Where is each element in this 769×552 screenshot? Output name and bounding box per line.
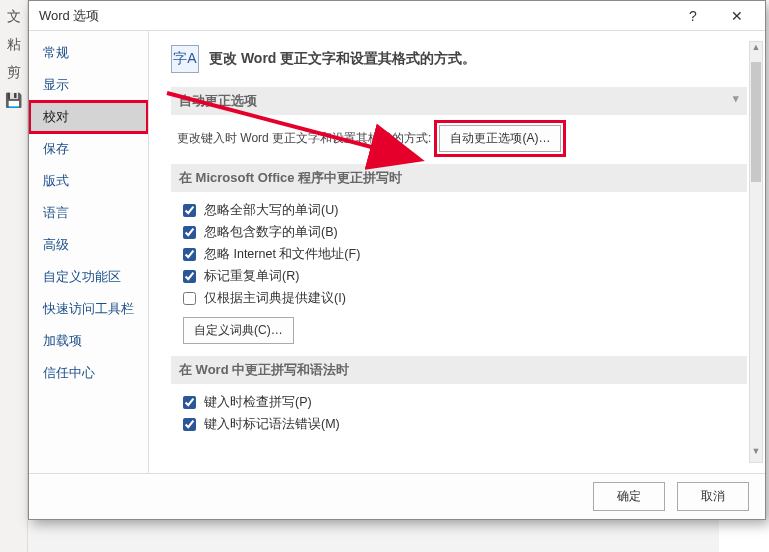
office-spell-label: 仅根据主词典提供建议(I): [204, 290, 346, 307]
sidebar-item-3[interactable]: 保存: [29, 133, 148, 165]
autocorrect-desc: 更改键入时 Word 更正文字和设置其格式的方式:: [177, 130, 431, 147]
dialog-title: Word 选项: [39, 7, 99, 25]
office-spell-checkbox[interactable]: [183, 204, 196, 217]
office-spell-label: 标记重复单词(R): [204, 268, 299, 285]
content-scrollbar[interactable]: ▲ ▼: [749, 41, 763, 463]
sidebar-item-8[interactable]: 快速访问工具栏: [29, 293, 148, 325]
options-content: 字A 更改 Word 更正文字和设置其格式的方式。 自动更正选项 ▾ 更改键入时…: [149, 31, 765, 473]
office-spell-label: 忽略 Internet 和文件地址(F): [204, 246, 360, 263]
ok-button[interactable]: 确定: [593, 482, 665, 511]
bg-left-icon: 文: [2, 4, 26, 28]
bg-left-icon: 粘: [2, 32, 26, 56]
dialog-footer: 确定 取消: [29, 473, 765, 519]
options-sidebar: 常规显示校对保存版式语言高级自定义功能区快速访问工具栏加载项信任中心: [29, 31, 149, 473]
sidebar-item-0[interactable]: 常规: [29, 37, 148, 69]
chevron-down-icon: ▾: [733, 92, 739, 105]
office-spell-checkbox[interactable]: [183, 292, 196, 305]
sidebar-item-10[interactable]: 信任中心: [29, 357, 148, 389]
word-spell-row[interactable]: 键入时标记语法错误(M): [183, 416, 747, 433]
sidebar-item-9[interactable]: 加载项: [29, 325, 148, 357]
proofing-header-text: 更改 Word 更正文字和设置其格式的方式。: [209, 50, 476, 68]
section-title-autocorrect: 自动更正选项 ▾: [171, 87, 747, 115]
scroll-down-icon[interactable]: ▼: [750, 446, 762, 462]
office-spell-row[interactable]: 忽略 Internet 和文件地址(F): [183, 246, 747, 263]
close-button[interactable]: ✕: [715, 2, 759, 30]
proofing-header-icon: 字A: [171, 45, 199, 73]
word-spell-checkbox[interactable]: [183, 418, 196, 431]
office-spell-row[interactable]: 仅根据主词典提供建议(I): [183, 290, 747, 307]
word-spell-row[interactable]: 键入时检查拼写(P): [183, 394, 747, 411]
custom-dictionary-button[interactable]: 自定义词典(C)…: [183, 317, 294, 344]
autocorrect-options-button[interactable]: 自动更正选项(A)…: [439, 125, 561, 152]
bg-left-icon: 💾: [2, 88, 26, 112]
office-spell-checkbox[interactable]: [183, 270, 196, 283]
cancel-button[interactable]: 取消: [677, 482, 749, 511]
scroll-up-icon[interactable]: ▲: [750, 42, 762, 58]
bg-left-strip: 文 粘 剪 💾: [0, 0, 28, 552]
dialog-titlebar: Word 选项 ? ✕: [29, 1, 765, 31]
office-spell-checkbox[interactable]: [183, 248, 196, 261]
office-spell-label: 忽略全部大写的单词(U): [204, 202, 338, 219]
sidebar-item-5[interactable]: 语言: [29, 197, 148, 229]
word-spell-label: 键入时检查拼写(P): [204, 394, 312, 411]
sidebar-item-4[interactable]: 版式: [29, 165, 148, 197]
sidebar-item-1[interactable]: 显示: [29, 69, 148, 101]
office-spell-row[interactable]: 标记重复单词(R): [183, 268, 747, 285]
word-spell-label: 键入时标记语法错误(M): [204, 416, 340, 433]
office-spell-label: 忽略包含数字的单词(B): [204, 224, 338, 241]
scroll-thumb[interactable]: [751, 62, 761, 182]
section-title-office-spell: 在 Microsoft Office 程序中更正拼写时: [171, 164, 747, 192]
word-spell-checkbox[interactable]: [183, 396, 196, 409]
office-spell-row[interactable]: 忽略全部大写的单词(U): [183, 202, 747, 219]
sidebar-item-6[interactable]: 高级: [29, 229, 148, 261]
section-title-word-spell: 在 Word 中更正拼写和语法时: [171, 356, 747, 384]
office-spell-checkbox[interactable]: [183, 226, 196, 239]
help-button[interactable]: ?: [671, 2, 715, 30]
office-spell-row[interactable]: 忽略包含数字的单词(B): [183, 224, 747, 241]
word-options-dialog: Word 选项 ? ✕ 常规显示校对保存版式语言高级自定义功能区快速访问工具栏加…: [28, 0, 766, 520]
bg-left-icon: 剪: [2, 60, 26, 84]
sidebar-item-2[interactable]: 校对: [29, 101, 148, 133]
sidebar-item-7[interactable]: 自定义功能区: [29, 261, 148, 293]
